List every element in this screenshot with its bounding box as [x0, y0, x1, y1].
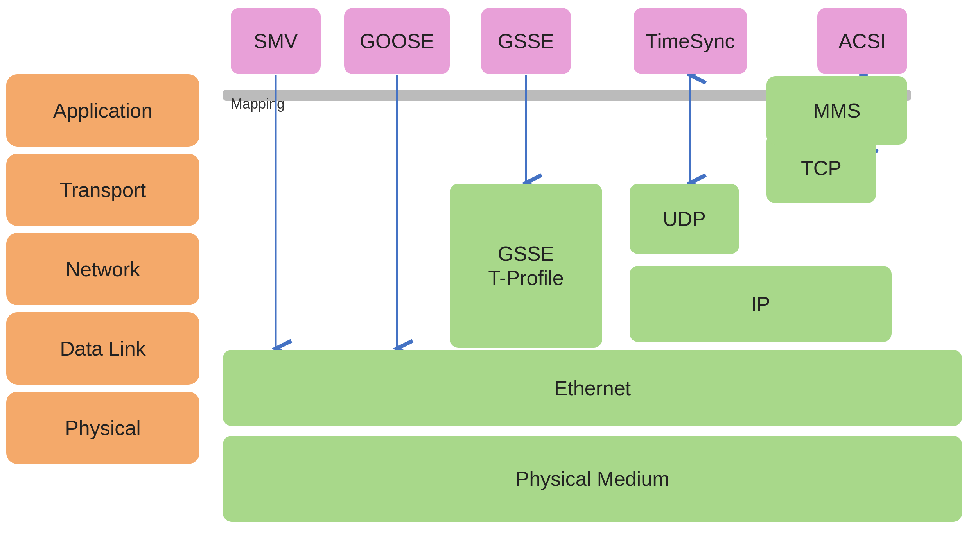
layer-transport: Transport — [6, 154, 199, 226]
service-box-goose: GOOSE — [344, 8, 450, 74]
layer-application: Application — [6, 74, 199, 147]
service-box-timesync: TimeSync — [634, 8, 747, 74]
layer-sidebar: Application Transport Network Data Link … — [6, 74, 199, 464]
layer-physical: Physical — [6, 392, 199, 464]
service-box-gsse: GSSE — [481, 8, 571, 74]
diagram: Application Transport Network Data Link … — [0, 0, 980, 537]
proto-box-mms: MMS — [766, 76, 907, 145]
proto-box-ethernet: Ethernet — [223, 350, 962, 426]
layer-datalink: Data Link — [6, 312, 199, 385]
proto-box-ip: IP — [630, 266, 892, 342]
mapping-label: Mapping — [231, 96, 285, 112]
proto-box-physical-medium: Physical Medium — [223, 436, 962, 522]
proto-box-udp: UDP — [630, 184, 739, 254]
proto-box-gsse-tprofile: GSSET-Profile — [450, 184, 602, 348]
layer-network: Network — [6, 233, 199, 305]
service-box-smv: SMV — [231, 8, 321, 74]
service-box-acsi: ACSI — [817, 8, 907, 74]
